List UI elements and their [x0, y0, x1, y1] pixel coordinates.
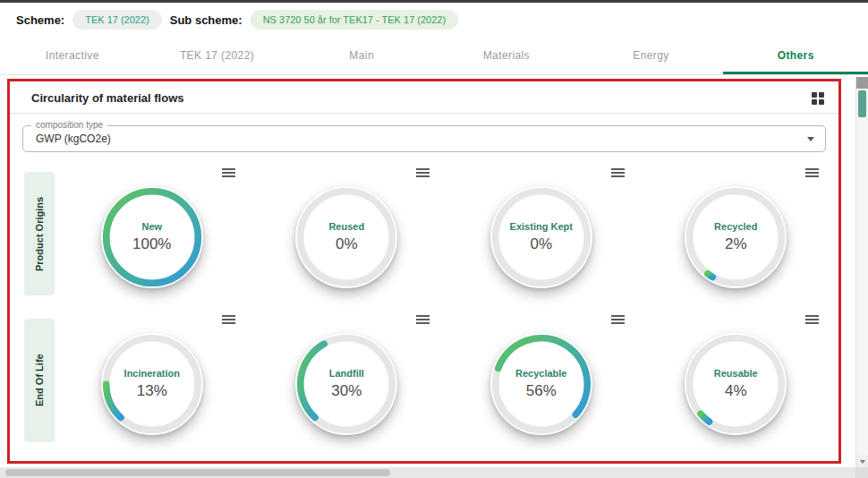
select-value: GWP (kgCO2e) [36, 132, 111, 145]
chart-menu-icon[interactable] [805, 313, 819, 326]
horizontal-scrollbar-thumb[interactable] [5, 469, 390, 476]
gauge-center: Incineration 13% [112, 344, 192, 424]
select-floating-label: composition type [31, 120, 107, 130]
gauge-label: Reusable [714, 368, 758, 379]
gauge-cells: Incineration 13% Landfill 30% Recyclable… [55, 310, 833, 451]
gauge-label: Recyclable [515, 368, 566, 379]
gauge-cell: Recycled 2% [639, 163, 834, 304]
gauge-percent: 56% [526, 382, 557, 400]
gauge-center: Reusable 4% [695, 344, 776, 424]
tab-label: Interactive [46, 49, 99, 62]
gauge: Recycled 2% [685, 186, 787, 288]
sub-scheme-label: Sub scheme: [170, 13, 243, 27]
horizontal-scrollbar[interactable] [0, 467, 855, 478]
tab[interactable]: TEK 17 (2022) [145, 39, 290, 74]
chart-menu-icon[interactable] [611, 166, 625, 179]
gauge-row: Product Origins New 100% Reused 0% Exist… [24, 163, 833, 304]
grid-view-icon[interactable] [812, 92, 824, 105]
scheme-badge: TEK 17 (2022) [72, 10, 162, 30]
gauge-center: Landfill 30% [306, 344, 387, 424]
panel-header: Circularity of material flows [10, 81, 838, 113]
gauge-percent: 0% [336, 235, 358, 253]
tab-label: Others [778, 49, 814, 62]
circularity-panel: Circularity of material flows compositio… [7, 79, 841, 464]
tab-label: Main [349, 49, 374, 62]
row-group-label: End Of Life [24, 319, 55, 442]
gauge-percent: 0% [530, 235, 552, 253]
gauge-label: Landfill [329, 368, 364, 379]
chart-menu-icon[interactable] [222, 166, 235, 179]
vertical-scrollbar[interactable] [855, 77, 868, 467]
tab[interactable]: Others [723, 39, 868, 74]
gauge-label: Incineration [124, 368, 180, 379]
chart-menu-icon[interactable] [416, 313, 430, 326]
gauge-cell: New 100% [55, 163, 250, 304]
gauge: Incineration 13% [101, 333, 203, 435]
tab-bar: Interactive TEK 17 (2022) Main Materials… [0, 39, 868, 75]
tab-label: Materials [483, 49, 530, 62]
chart-menu-icon[interactable] [416, 166, 430, 179]
scrollbar-up-button[interactable] [856, 77, 868, 89]
tab-label: Energy [633, 49, 668, 62]
gauge: Landfill 30% [295, 333, 397, 435]
gauge-cell: Reusable 4% [639, 310, 834, 451]
gauge-percent: 2% [725, 235, 747, 253]
tab[interactable]: Interactive [0, 39, 145, 74]
gauge: New 100% [101, 186, 203, 288]
gauge-cells: New 100% Reused 0% Existing Kept 0% [55, 163, 833, 304]
gauge-cell: Recyclable 56% [444, 310, 639, 451]
gauge-percent: 13% [137, 382, 167, 400]
scrollbar-corner [855, 467, 868, 478]
gauge-label: Reused [328, 221, 364, 232]
tab[interactable]: Main [289, 39, 434, 74]
gauge-center: Existing Kept 0% [501, 197, 582, 277]
scrollbar-down-button[interactable] [856, 456, 868, 467]
gauge: Reused 0% [295, 186, 397, 288]
chart-menu-icon[interactable] [222, 313, 235, 326]
gauge-center: Recycled 2% [695, 197, 776, 277]
gauge-label: Existing Kept [510, 221, 573, 232]
row-group-label: Product Origins [24, 172, 55, 295]
gauge-cell: Reused 0% [250, 163, 445, 304]
panel-divider [10, 113, 838, 114]
tab[interactable]: Materials [434, 39, 579, 74]
tab[interactable]: Energy [579, 39, 724, 74]
scheme-bar: Scheme: TEK 17 (2022) Sub scheme: NS 372… [0, 0, 868, 34]
gauge-center: New 100% [112, 197, 192, 277]
gauge: Existing Kept 0% [490, 186, 592, 288]
gauge-percent: 4% [725, 382, 747, 400]
arrow-down-icon [860, 460, 865, 464]
sub-scheme-badge: NS 3720 50 år for TEK17 - TEK 17 (2022) [251, 10, 458, 30]
gauge-rows: Product Origins New 100% Reused 0% Exist… [10, 159, 838, 451]
gauge-cell: Incineration 13% [55, 310, 250, 451]
gauge-cell: Existing Kept 0% [444, 163, 639, 304]
composition-type-select[interactable]: composition type GWP (kgCO2e) [22, 125, 826, 152]
panel-title: Circularity of material flows [31, 91, 184, 105]
gauge: Recyclable 56% [490, 333, 592, 435]
gauge-label: New [141, 221, 162, 232]
gauge-cell: Landfill 30% [250, 310, 445, 451]
gauge-label: Recycled [714, 221, 757, 232]
chart-menu-icon[interactable] [611, 313, 625, 326]
gauge-percent: 30% [331, 382, 362, 400]
gauge-center: Reused 0% [306, 197, 387, 277]
gauge-percent: 100% [132, 235, 171, 253]
gauge-row: End Of Life Incineration 13% Landfill 30… [24, 310, 833, 451]
window-top-edge [0, 0, 868, 3]
gauge-center: Recyclable 56% [501, 344, 582, 424]
tab-label: TEK 17 (2022) [180, 49, 254, 62]
scrollbar-thumb[interactable] [858, 90, 866, 117]
scheme-label: Scheme: [16, 13, 64, 27]
chevron-down-icon [807, 137, 814, 141]
chart-menu-icon[interactable] [805, 166, 819, 179]
gauge: Reusable 4% [685, 333, 787, 435]
